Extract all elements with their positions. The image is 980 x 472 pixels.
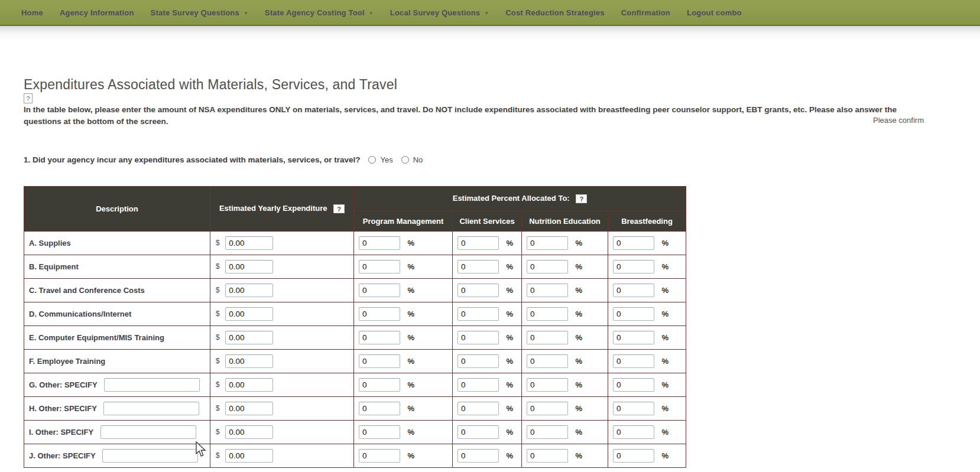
nav-item-label: Agency Information [60,8,134,17]
percent-input[interactable] [613,449,654,463]
percent-input[interactable] [359,284,400,297]
help-icon[interactable]: ? [24,93,33,103]
percent-sign: % [661,357,669,366]
percent-cell: % [354,349,453,373]
percent-input[interactable] [527,284,568,297]
percent-cell: % [608,325,686,349]
row-label: A. Supplies [29,239,71,248]
percent-sign: % [506,404,513,413]
percent-input[interactable] [457,236,499,250]
nav-item[interactable]: Confirmation [613,0,679,25]
specify-input[interactable] [103,402,199,415]
radio-option-yes[interactable]: Yes [368,155,392,164]
dollar-sign: $ [216,310,220,318]
expenditure-help-icon[interactable]: ? [333,204,345,213]
percent-group-help-icon[interactable]: ? [576,194,587,203]
percent-input[interactable] [613,378,654,392]
percent-input[interactable] [457,425,499,439]
dollar-sign: $ [216,404,220,412]
percent-input[interactable] [359,236,400,250]
percent-input[interactable] [527,236,568,250]
percent-input[interactable] [613,260,654,274]
table-row: G. Other: SPECIFY $ % % % % [24,373,686,396]
percent-input[interactable] [613,236,654,250]
top-nav: Home Agency Information State Survey Que… [0,0,980,26]
amount-input[interactable] [225,307,273,321]
percent-sign: % [575,357,582,366]
percent-input[interactable] [457,331,499,344]
percent-input[interactable] [613,307,654,321]
percent-input[interactable] [613,284,654,297]
nav-item[interactable]: Logout combo [679,0,750,25]
percent-input[interactable] [457,284,499,297]
percent-input[interactable] [613,354,654,368]
expenditure-header-label: Estimated Yearly Expenditure [219,204,327,213]
percent-sign: % [661,286,669,295]
percent-input[interactable] [527,260,568,274]
nav-item[interactable]: Cost Reduction Strategies [497,0,613,25]
specify-input[interactable] [104,378,200,392]
percent-input[interactable] [359,331,400,344]
percent-sign: % [407,357,414,366]
percent-input[interactable] [359,354,400,368]
percent-group-header: Estimated Percent Allocated To: ? [354,186,686,211]
amount-cell: $ [210,231,354,255]
percent-input[interactable] [527,378,568,392]
percent-sign: % [407,333,414,342]
percent-input[interactable] [527,449,568,463]
dollar-sign: $ [216,451,220,460]
percent-cell: % [453,255,522,278]
nav-item[interactable]: Local Survey Questions ▼ [382,0,497,25]
percent-input[interactable] [613,425,654,439]
percent-input[interactable] [359,378,400,392]
percent-input[interactable] [457,354,499,368]
percent-input[interactable] [457,378,499,392]
percent-input[interactable] [359,260,400,274]
nav-item[interactable]: State Agency Costing Tool ▼ [257,0,382,25]
percent-input[interactable] [527,354,568,368]
percent-input[interactable] [527,307,568,321]
percent-cell: % [453,325,522,349]
amount-input[interactable] [225,378,273,392]
page-content: Please confirm Expenditures Associated w… [0,77,980,468]
percent-input[interactable] [527,331,568,344]
question-1: 1. Did your agency incur any expenditure… [24,155,980,164]
percent-input[interactable] [527,425,568,439]
percent-sign: % [575,380,582,389]
amount-input[interactable] [225,236,273,250]
percent-sign: % [506,428,513,437]
percent-input[interactable] [457,307,499,321]
percent-input[interactable] [457,260,499,274]
percent-cell: % [608,302,686,325]
specify-input[interactable] [102,449,198,463]
percent-input[interactable] [527,402,568,415]
percent-input[interactable] [359,402,400,415]
percent-cell: % [522,349,608,373]
specify-input[interactable] [100,425,196,439]
nav-item[interactable]: State Survey Questions ▼ [142,0,257,25]
amount-input[interactable] [225,284,273,297]
percent-input[interactable] [613,402,654,415]
percent-input[interactable] [359,307,400,321]
expenditure-table: Description Estimated Yearly Expenditure… [24,186,686,468]
amount-input[interactable] [225,425,273,439]
nav-item[interactable]: Home [13,0,51,25]
yes-radio[interactable] [368,156,376,164]
radio-option-no[interactable]: No [401,155,423,164]
percent-input[interactable] [359,425,400,439]
amount-input[interactable] [225,331,273,344]
percent-sign: % [407,404,414,413]
percent-input[interactable] [457,449,499,463]
amount-input[interactable] [225,260,273,274]
amount-input[interactable] [225,354,273,368]
nav-item[interactable]: Agency Information [51,0,142,25]
row-label: E. Computer Equipment/MIS Training [29,333,164,342]
percent-cell: % [354,325,453,349]
percent-input[interactable] [613,331,654,344]
amount-input[interactable] [225,449,273,463]
amount-input[interactable] [225,402,273,415]
percent-input[interactable] [457,402,499,415]
percent-sign: % [506,262,513,271]
percent-input[interactable] [359,449,400,463]
no-radio[interactable] [401,156,409,164]
